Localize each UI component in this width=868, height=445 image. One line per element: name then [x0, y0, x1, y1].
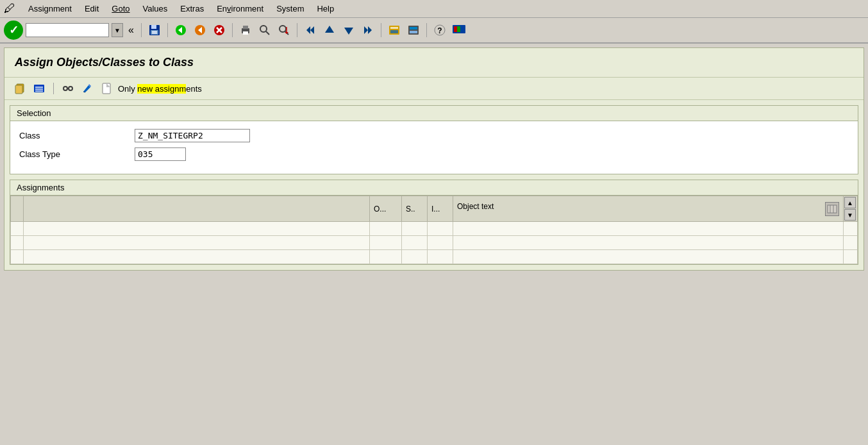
svg-rect-40 [15, 85, 22, 94]
class-type-label: Class Type [19, 149, 135, 159]
nav-up-button[interactable] [321, 22, 338, 38]
cancel-button[interactable] [211, 22, 228, 38]
assignments-table: O... S.. I... Object text [10, 196, 858, 264]
menu-help[interactable]: Help [317, 4, 334, 13]
command-field-wrap [26, 23, 109, 37]
back-green-button[interactable] [172, 22, 189, 38]
menu-goto[interactable]: Goto [112, 4, 129, 13]
col-header-selector [11, 196, 24, 222]
copy-button[interactable] [12, 81, 28, 96]
col-settings-button[interactable] [825, 202, 839, 216]
menu-environment[interactable]: Environment [217, 4, 263, 13]
nav-last-button[interactable] [360, 22, 376, 38]
table-header-row: O... S.. I... Object text [11, 196, 858, 222]
edit-button[interactable] [79, 81, 95, 96]
confirm-button[interactable]: ✓ [4, 21, 23, 40]
help-icon: ? [433, 24, 446, 37]
layout1-button[interactable] [386, 22, 403, 38]
print-button[interactable] [237, 22, 254, 38]
class-type-input[interactable] [135, 147, 186, 161]
list-button[interactable] [31, 81, 47, 96]
scroll-up-button[interactable]: ▲ [844, 197, 856, 208]
command-dropdown[interactable]: ▼ [112, 23, 123, 37]
row-scroll-3 [844, 250, 858, 264]
edit-icon [81, 82, 94, 95]
svg-marker-22 [325, 26, 334, 33]
svg-point-46 [69, 87, 72, 90]
back-green-icon [174, 24, 187, 37]
menu-values[interactable]: Values [143, 4, 168, 13]
svg-marker-48 [83, 85, 90, 92]
nav-down-button[interactable] [340, 22, 357, 38]
table-row [11, 250, 858, 264]
col-header-i: I... [428, 196, 453, 222]
back-orange-icon [194, 24, 206, 37]
row-cell-s-2 [402, 236, 428, 250]
svg-rect-31 [410, 31, 417, 33]
find-next-button[interactable] [276, 22, 292, 38]
svg-marker-23 [344, 28, 353, 35]
app-icon: 🖊 [4, 2, 15, 15]
nav-first-button[interactable] [302, 22, 319, 38]
class-row: Class [19, 129, 849, 142]
settings-button[interactable] [60, 81, 76, 96]
svg-marker-21 [310, 26, 314, 34]
svg-text:?: ? [437, 26, 442, 35]
selection-section: Selection Class Class Type [10, 105, 858, 174]
svg-rect-38 [460, 26, 464, 32]
layout2-button[interactable] [405, 22, 422, 38]
row-cell-o-2 [370, 236, 402, 250]
only-new-label: Only new assignments [118, 84, 202, 94]
menu-extras[interactable]: Extras [180, 4, 204, 13]
row-cell-i-2 [428, 236, 453, 250]
selection-header: Selection [10, 106, 858, 121]
save-icon [148, 24, 161, 37]
svg-point-14 [260, 26, 267, 32]
back-orange-button[interactable] [192, 22, 208, 38]
monitor-icon [452, 24, 466, 37]
class-input[interactable] [135, 129, 250, 142]
svg-rect-37 [457, 26, 460, 32]
sep6 [426, 23, 427, 37]
find-button[interactable] [256, 22, 273, 38]
sub-sep1 [53, 83, 54, 94]
save-button[interactable] [146, 22, 163, 38]
row-cell-object-2 [24, 236, 370, 250]
row-cell-s-3 [402, 250, 428, 264]
sep4 [297, 23, 297, 37]
svg-rect-27 [390, 27, 398, 29]
class-type-row: Class Type [19, 147, 849, 161]
svg-marker-20 [306, 26, 310, 34]
svg-line-15 [266, 31, 269, 35]
highlight-text: new assignm [137, 84, 186, 94]
row-selector-1[interactable] [11, 222, 24, 236]
row-scroll-2 [844, 236, 858, 250]
row-selector-3[interactable] [11, 250, 24, 264]
sep1 [141, 23, 142, 37]
doc-button[interactable] [99, 81, 114, 96]
sep3 [232, 23, 233, 37]
svg-marker-24 [364, 26, 368, 34]
menu-edit[interactable]: Edit [85, 4, 99, 13]
row-cell-i-3 [428, 250, 453, 264]
menu-system[interactable]: System [276, 4, 304, 13]
menu-assignment[interactable]: Assignment [28, 4, 72, 13]
nav-up-icon [323, 24, 336, 37]
doc-icon [100, 82, 113, 95]
col-header-object-text: Object text [453, 196, 844, 222]
col-header-object [24, 196, 370, 222]
class-label: Class [19, 131, 135, 140]
scroll-down-button[interactable]: ▼ [844, 209, 856, 221]
double-left-arrow[interactable]: « [128, 24, 134, 36]
monitor-button[interactable] [451, 22, 467, 38]
assignments-section: Assignments O... S.. I... Object text [10, 180, 858, 265]
col-header-scroll: ▲ ▼ [844, 196, 858, 222]
row-selector-2[interactable] [11, 236, 24, 250]
help-button[interactable]: ? [431, 22, 448, 38]
menu-bar: 🖊 Assignment Edit Goto Values Extras Env… [0, 0, 868, 18]
cancel-icon [213, 24, 226, 37]
command-field[interactable] [28, 26, 98, 35]
nav-first-icon [304, 24, 317, 37]
page-title: Assign Objects/Classes to Class [15, 56, 853, 69]
svg-rect-12 [243, 26, 248, 29]
